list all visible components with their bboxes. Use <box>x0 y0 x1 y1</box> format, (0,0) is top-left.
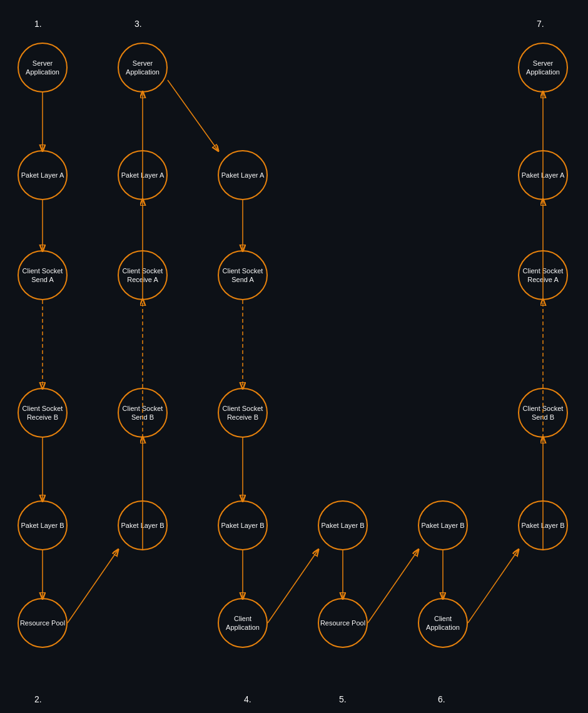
node-4-client-application: Client Application <box>218 598 268 648</box>
node-5-paket-layer-b: Paket Layer B <box>318 500 368 550</box>
label-3: 3. <box>134 19 142 29</box>
node-3-client-socket-send-b: Client Socket Send B <box>118 388 168 438</box>
svg-line-14 <box>68 550 118 623</box>
svg-line-17 <box>368 550 418 623</box>
node-7-paket-layer-b: Paket Layer B <box>518 500 568 550</box>
node-1-client-socket-receive-b: Client Socket Receive B <box>18 388 68 438</box>
svg-line-9 <box>168 80 218 150</box>
svg-line-19 <box>468 550 518 623</box>
label-2: 2. <box>34 694 42 704</box>
node-3-client-socket-receive-a: Client Socket Receive A <box>118 250 168 300</box>
label-5: 5. <box>339 694 347 704</box>
label-4: 4. <box>244 694 251 704</box>
arrows-svg <box>0 0 588 713</box>
node-7-server-application: Server Application <box>518 43 568 93</box>
node-4-client-socket-send-a: Client Socket Send A <box>218 250 268 300</box>
node-3-paket-layer-a: Paket Layer A <box>118 150 168 200</box>
node-1-paket-layer-b: Paket Layer B <box>18 500 68 550</box>
node-3-server-application: Server Application <box>118 43 168 93</box>
node-4-client-socket-receive-b: Client Socket Receive B <box>218 388 268 438</box>
label-7: 7. <box>537 19 544 29</box>
node-5-resource-pool: Resource Pool <box>318 598 368 648</box>
diagram: 1. 2. 3. 4. 5. 6. 7. Server Application … <box>0 0 588 713</box>
node-7-paket-layer-a: Paket Layer A <box>518 150 568 200</box>
node-1-resource-pool: Resource Pool <box>18 598 68 648</box>
node-1-client-socket-send-a: Client Socket Send A <box>18 250 68 300</box>
svg-line-15 <box>268 550 318 623</box>
node-6-paket-layer-b: Paket Layer B <box>418 500 468 550</box>
label-1: 1. <box>34 19 42 29</box>
node-4-paket-layer-a: Paket Layer A <box>218 150 268 200</box>
node-7-client-socket-send-b: Client Socket Send B <box>518 388 568 438</box>
node-6-client-application: Client Application <box>418 598 468 648</box>
node-3-paket-layer-b: Paket Layer B <box>118 500 168 550</box>
node-1-server-application: Server Application <box>18 43 68 93</box>
node-4-paket-layer-b: Paket Layer B <box>218 500 268 550</box>
node-7-client-socket-receive-a: Client Socket Receive A <box>518 250 568 300</box>
label-6: 6. <box>438 694 445 704</box>
node-1-paket-layer-a: Paket Layer A <box>18 150 68 200</box>
